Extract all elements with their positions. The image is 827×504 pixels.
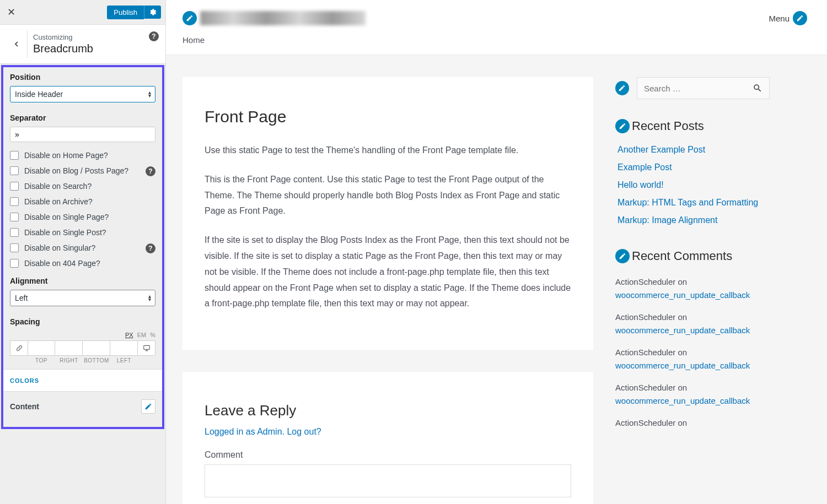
- comment-label: Comment: [205, 450, 571, 460]
- disable-single-post-checkbox[interactable]: [10, 228, 19, 237]
- back-button[interactable]: [6, 30, 28, 58]
- pencil-icon: [796, 14, 804, 22]
- disable-archive-label[interactable]: Disable on Archive?: [24, 197, 93, 206]
- comment-item: ActionScheduler on woocommerce_run_updat…: [615, 342, 770, 377]
- chevron-left-icon: [12, 40, 21, 48]
- preview-area: Menu Home Front Page Use this static Pag…: [166, 0, 827, 504]
- spacing-link-button[interactable]: [10, 340, 28, 356]
- pencil-icon: [619, 252, 626, 260]
- disable-archive-checkbox[interactable]: [10, 197, 19, 206]
- colors-section[interactable]: COLORS: [3, 369, 162, 392]
- position-label: Position: [10, 73, 155, 82]
- disable-search-checkbox[interactable]: [10, 182, 19, 191]
- comment-item: ActionScheduler on woocommerce_run_updat…: [615, 306, 770, 342]
- preview-header: Menu: [166, 0, 827, 25]
- disable-blog-label[interactable]: Disable on Blog / Posts Page?: [24, 166, 128, 175]
- pencil-icon: [619, 122, 626, 130]
- disable-home-label[interactable]: Disable on Home Page?: [24, 151, 108, 160]
- help-icon[interactable]: ?: [149, 31, 159, 41]
- recent-post-link[interactable]: Hello world!: [617, 180, 664, 189]
- search-icon: [753, 83, 762, 93]
- page-title: Front Page: [205, 107, 571, 126]
- main-column: Front Page Use this static Page to test …: [182, 77, 593, 504]
- edit-shortcut-site-title[interactable]: [182, 11, 197, 25]
- svg-rect-0: [143, 345, 149, 349]
- spacing-top-input[interactable]: [28, 340, 55, 356]
- content-para-2: This is the Front Page content. Use this…: [205, 172, 571, 219]
- colors-title: COLORS: [10, 377, 39, 384]
- disable-single-page-checkbox[interactable]: [10, 213, 19, 221]
- help-icon[interactable]: ?: [146, 166, 155, 176]
- disable-home-checkbox[interactable]: [10, 151, 19, 160]
- recent-post-link[interactable]: Example Post: [617, 162, 672, 172]
- spacing-bottom-input[interactable]: [83, 340, 110, 356]
- comment-link[interactable]: woocommerce_run_update_callback: [615, 361, 750, 370]
- disable-blog-checkbox[interactable]: [10, 166, 19, 175]
- spacing-label: Spacing: [10, 317, 155, 326]
- gear-icon: [149, 8, 157, 16]
- customizer-header: ✕ Publish: [0, 0, 165, 25]
- spacing-unit-em[interactable]: EM: [137, 332, 147, 338]
- section-title: Breadcrumb: [33, 42, 159, 55]
- edit-shortcut-menu[interactable]: [793, 11, 807, 25]
- comment-textarea[interactable]: [205, 464, 571, 497]
- disable-404-label[interactable]: Disable on 404 Page?: [24, 259, 100, 268]
- publish-button[interactable]: Publish: [107, 6, 144, 19]
- alignment-select[interactable]: Left: [10, 290, 155, 306]
- recent-post-link[interactable]: Markup: HTML Tags and Formatting: [617, 198, 758, 207]
- disable-single-post-label[interactable]: Disable on Single Post?: [24, 228, 106, 237]
- publish-settings-button[interactable]: [144, 6, 161, 19]
- separator-label: Separator: [10, 113, 155, 122]
- comment-link[interactable]: woocommerce_run_update_callback: [615, 396, 750, 405]
- menu-label[interactable]: Menu: [769, 14, 790, 23]
- comment-item: ActionScheduler on woocommerce_run_updat…: [615, 271, 770, 306]
- edit-shortcut-recent-posts[interactable]: [615, 119, 630, 133]
- content-edit-button[interactable]: [141, 399, 155, 414]
- customizing-label: Customizing: [33, 33, 159, 41]
- search-field[interactable]: [637, 77, 770, 99]
- comment-item: ActionScheduler on woocommerce_run_updat…: [615, 377, 770, 412]
- separator-input[interactable]: [10, 127, 155, 142]
- logout-link[interactable]: Log out?: [287, 427, 321, 436]
- recent-comments-title: Recent Comments: [632, 249, 732, 263]
- help-icon[interactable]: ?: [146, 243, 155, 253]
- reply-card: Leave a Reply Logged in as Admin. Log ou…: [182, 372, 593, 504]
- spacing-units: PX EM %: [3, 332, 162, 338]
- content-section: Content: [3, 392, 162, 421]
- content-card: Front Page Use this static Page to test …: [182, 77, 593, 350]
- content-para-3: If the site is set to display the Blog P…: [205, 232, 571, 312]
- disable-404-checkbox[interactable]: [10, 259, 19, 268]
- customizer-panel: ✕ Publish Customizing Breadcrumb ? Posit…: [0, 0, 166, 504]
- close-button[interactable]: ✕: [6, 7, 17, 18]
- recent-post-link[interactable]: Another Example Post: [617, 145, 705, 154]
- breadcrumb-home[interactable]: Home: [182, 35, 205, 45]
- recent-posts-title: Recent Posts: [632, 119, 704, 133]
- edit-shortcut-recent-comments[interactable]: [615, 249, 630, 263]
- alignment-label: Alignment: [10, 277, 155, 285]
- position-select[interactable]: Inside Header: [10, 86, 155, 102]
- comment-link[interactable]: woocommerce_run_update_callback: [615, 290, 750, 300]
- disable-singular-label[interactable]: Disable on Singular?: [24, 243, 95, 252]
- disable-single-page-label[interactable]: Disable on Single Page?: [24, 213, 109, 221]
- logged-in-link[interactable]: Logged in as Admin.: [205, 427, 284, 436]
- disable-search-label[interactable]: Disable on Search?: [24, 182, 92, 191]
- spacing-unit-pct[interactable]: %: [150, 332, 155, 338]
- link-icon: [15, 344, 23, 352]
- section-header: Customizing Breadcrumb ?: [0, 25, 165, 64]
- search-input[interactable]: [644, 84, 753, 93]
- spacing-device-button[interactable]: [138, 340, 155, 356]
- edit-shortcut-search[interactable]: [615, 81, 629, 95]
- spacing-left-input[interactable]: [110, 340, 138, 356]
- comment-item: ActionScheduler on: [615, 412, 770, 434]
- pencil-icon: [144, 403, 152, 410]
- pencil-icon: [618, 84, 626, 92]
- header-actions: Publish: [107, 6, 161, 19]
- content-label: Content: [10, 402, 39, 411]
- spacing-unit-px[interactable]: PX: [125, 332, 133, 338]
- comment-link[interactable]: woocommerce_run_update_callback: [615, 326, 750, 335]
- controls-body: Position Inside Header ▴▾ Separator Disa…: [1, 65, 164, 429]
- spacing-right-input[interactable]: [55, 340, 83, 356]
- recent-comments-widget: Recent Comments ActionScheduler on wooco…: [615, 249, 770, 434]
- disable-singular-checkbox[interactable]: [10, 243, 19, 252]
- recent-post-link[interactable]: Markup: Image Alignment: [617, 215, 717, 225]
